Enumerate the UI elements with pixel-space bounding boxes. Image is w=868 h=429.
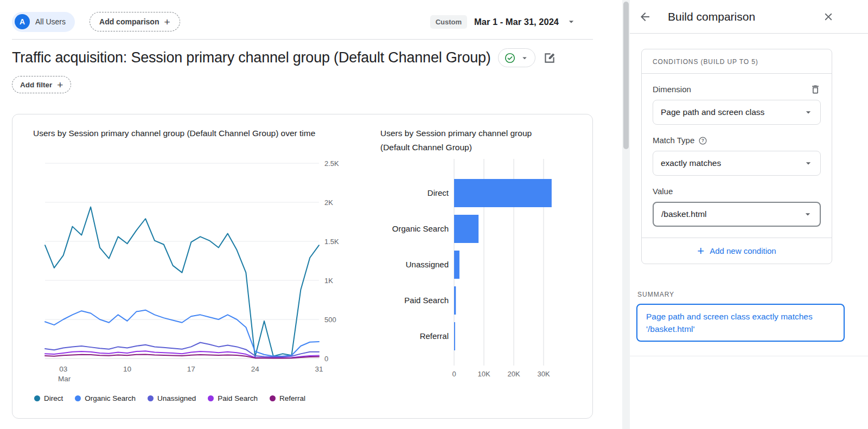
customize-report-icon[interactable] (542, 51, 557, 65)
chevron-down-icon (802, 209, 813, 220)
main-area: A All Users Add comparison + Custom Mar … (0, 0, 622, 429)
svg-text:10K: 10K (477, 370, 490, 378)
chevron-down-icon (566, 16, 577, 27)
value-select[interactable]: /basket.html (653, 202, 821, 227)
legend-label: Referral (279, 394, 305, 402)
add-filter-label: Add filter (20, 81, 52, 89)
legend-dot (75, 395, 81, 401)
svg-text:1.5K: 1.5K (324, 238, 339, 246)
chevron-down-icon (803, 158, 814, 169)
bar-chart-svg: 010K20K30KDirectOrganic SearchUnassigned… (377, 158, 593, 383)
plus-icon: + (697, 245, 704, 257)
scrollbar-track[interactable] (622, 0, 630, 429)
legend-dot (208, 395, 214, 401)
date-range-label: Mar 1 - Mar 31, 2024 (474, 17, 559, 27)
conditions-card: CONDITIONS (BUILD UP TO 5) Dimension Pag… (641, 49, 832, 264)
data-quality-button[interactable] (498, 48, 535, 67)
svg-text:30K: 30K (537, 370, 550, 378)
bar-chart-title: Users by Session primary channel group (… (380, 126, 551, 155)
chevron-down-icon (803, 107, 814, 118)
match-type-label-row: Match Type ? (653, 135, 821, 146)
scrollbar-thumb[interactable] (623, 2, 629, 149)
trash-icon[interactable] (810, 84, 821, 95)
dimension-select-value: Page path and screen class (661, 107, 764, 117)
close-icon[interactable] (822, 11, 834, 23)
ga4-report-screen: A All Users Add comparison + Custom Mar … (0, 0, 868, 429)
panel-header: Build comparison (630, 0, 868, 34)
add-comparison-button[interactable]: Add comparison + (90, 12, 180, 31)
add-filter-button[interactable]: Add filter + (12, 76, 71, 93)
match-type-select[interactable]: exactly matches (653, 151, 821, 176)
legend-label: Paid Search (218, 394, 258, 402)
conditions-header: CONDITIONS (BUILD UP TO 5) (642, 49, 832, 74)
svg-text:Referral: Referral (420, 331, 449, 341)
svg-text:Paid Search: Paid Search (404, 296, 449, 305)
all-users-label: All Users (35, 17, 66, 26)
legend-label: Organic Search (85, 394, 136, 402)
line-chart-svg: 05001K1.5K2K2.5K03Mar10172431 (34, 158, 349, 386)
legend-item-organic-search: Organic Search (75, 394, 136, 402)
panel-title: Build comparison (668, 10, 755, 23)
add-new-condition-button[interactable]: + Add new condition (642, 238, 832, 264)
value-label-row: Value (653, 185, 821, 197)
dimension-label: Dimension (653, 84, 691, 95)
svg-text:2.5K: 2.5K (324, 159, 339, 168)
legend-item-unassigned: Unassigned (148, 394, 196, 402)
dimension-select[interactable]: Page path and screen class (653, 100, 821, 125)
summary-text: Page path and screen class exactly match… (646, 312, 813, 334)
svg-text:24: 24 (251, 365, 260, 373)
svg-text:Mar: Mar (58, 375, 71, 383)
date-custom-badge: Custom (430, 15, 467, 29)
legend-dot (148, 395, 154, 401)
build-comparison-panel: Build comparison CONDITIONS (BUILD UP TO… (630, 0, 868, 429)
chart-legend: DirectOrganic SearchUnassignedPaid Searc… (34, 394, 305, 402)
legend-item-direct: Direct (34, 394, 63, 402)
conditions-body: Dimension Page path and screen class Mat… (642, 74, 832, 238)
all-users-avatar: A (15, 14, 30, 29)
svg-text:31: 31 (315, 365, 323, 373)
panel-divider (630, 356, 868, 356)
legend-item-paid-search: Paid Search (208, 394, 258, 402)
svg-text:10: 10 (123, 365, 131, 373)
svg-text:17: 17 (187, 365, 195, 373)
topbar-divider (12, 39, 593, 40)
legend-dot (34, 395, 40, 401)
page-title: Traffic acquisition: Session primary cha… (12, 49, 491, 66)
svg-text:0: 0 (452, 370, 456, 378)
plus-icon: + (57, 80, 63, 90)
report-title-row: Traffic acquisition: Session primary cha… (12, 48, 557, 67)
add-new-condition-label: Add new condition (710, 246, 776, 255)
svg-text:?: ? (701, 138, 704, 143)
svg-text:03: 03 (59, 365, 67, 373)
add-comparison-label: Add comparison (99, 17, 159, 26)
topbar: A All Users Add comparison + Custom Mar … (12, 11, 577, 32)
all-users-chip[interactable]: A All Users (12, 12, 75, 32)
check-circle-icon (504, 52, 516, 64)
add-filter-row: Add filter + (12, 76, 71, 93)
line-chart-title: Users by Session primary channel group (… (33, 126, 321, 140)
svg-text:500: 500 (324, 316, 336, 324)
summary-box: Page path and screen class exactly match… (636, 304, 845, 342)
svg-text:Direct: Direct (427, 188, 449, 197)
match-type-select-value: exactly matches (661, 158, 721, 168)
svg-text:Organic Search: Organic Search (392, 224, 449, 233)
svg-text:2K: 2K (324, 199, 333, 207)
svg-text:Unassigned: Unassigned (406, 260, 449, 269)
dimension-label-row: Dimension (653, 84, 821, 95)
chevron-down-icon (520, 53, 529, 63)
match-type-label: Match Type (653, 135, 694, 146)
svg-text:1K: 1K (324, 277, 333, 285)
back-arrow-icon[interactable] (639, 10, 652, 23)
plus-icon: + (164, 17, 170, 27)
legend-label: Unassigned (157, 394, 196, 402)
value-label: Value (653, 185, 673, 197)
legend-label: Direct (44, 394, 63, 402)
legend-item-referral: Referral (270, 394, 305, 402)
svg-text:0: 0 (324, 355, 328, 363)
charts-card: Users by Session primary channel group (… (12, 114, 593, 419)
date-range-selector[interactable]: Custom Mar 1 - Mar 31, 2024 (430, 15, 577, 29)
help-icon[interactable]: ? (698, 136, 707, 145)
legend-dot (270, 395, 276, 401)
summary-header: SUMMARY (637, 291, 674, 298)
value-select-value: /basket.html (661, 209, 707, 219)
